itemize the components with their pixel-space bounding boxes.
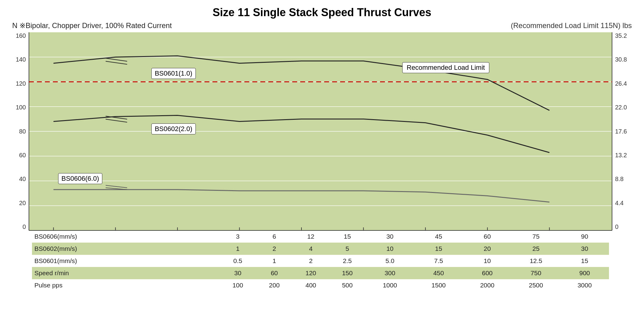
- table-cell: 60: [463, 230, 512, 243]
- y-right-tick-0: 0: [615, 223, 618, 230]
- table-cell: 750: [512, 267, 560, 279]
- table-cell: 400: [293, 279, 329, 291]
- table-row: Pulse pps1002004005001000150020002500300…: [32, 279, 609, 291]
- table-cell: 2000: [463, 279, 512, 291]
- table-cell: 3000: [560, 279, 609, 291]
- svg-line-20: [106, 61, 127, 64]
- table-cell: 2500: [512, 279, 560, 291]
- table-cell: 150: [329, 267, 366, 279]
- table-row-label: Pulse pps: [32, 279, 220, 291]
- table-cell: 75: [512, 230, 560, 243]
- y-left-tick-20: 20: [19, 200, 26, 207]
- y-left-tick-120: 120: [16, 80, 26, 87]
- table-cell: 45: [414, 230, 463, 243]
- table-cell: 15: [414, 243, 463, 255]
- table-cell: 6: [256, 230, 293, 243]
- y-right-tick-176: 17.6: [615, 128, 627, 135]
- table-cell: 20: [463, 243, 512, 255]
- table-cell: 5.0: [366, 255, 414, 267]
- y-right-tick-44: 4.4: [615, 200, 624, 207]
- chart-plot: BS0601(1.0) BS0602(2.0) BS0606(6.0) Reco…: [29, 32, 612, 230]
- table-row: Speed r/min3060120150300450600750900: [32, 267, 609, 279]
- y-right-tick-220: 22.0: [615, 104, 627, 111]
- table-cell: 1: [256, 255, 293, 267]
- chart-subtitle-right: (Recommended Load Limit 115N) lbs: [511, 21, 632, 30]
- y-right-tick-132: 13.2: [615, 152, 627, 159]
- table-cell: 30: [560, 243, 609, 255]
- table-cell: 2.5: [329, 255, 366, 267]
- table-cell: 300: [366, 267, 414, 279]
- table-cell: 5: [329, 243, 366, 255]
- table-cell: 10: [463, 255, 512, 267]
- table-row: BS0601(mm/s)0.5122.55.07.51012.515: [32, 255, 609, 267]
- y-left-tick-160: 160: [16, 32, 26, 39]
- table-cell: 90: [560, 230, 609, 243]
- table-cell: 0.5: [220, 255, 256, 267]
- table-cell: 450: [414, 267, 463, 279]
- table-row-label: BS0606(mm/s): [32, 230, 220, 243]
- chart-title: Size 11 Single Stack Speed Thrust Curves: [213, 6, 431, 19]
- y-right-tick-352: 35.2: [615, 32, 627, 39]
- table-cell: 30: [220, 267, 256, 279]
- table-row: BS0606(mm/s)3612153045607590: [32, 230, 609, 243]
- table-cell: 100: [220, 279, 256, 291]
- table-cell: 900: [560, 267, 609, 279]
- data-table: BS0606(mm/s)3612153045607590BS0602(mm/s)…: [32, 230, 609, 291]
- y-axis-right: 35.2 30.8 26.4 22.0 17.6 13.2 8.8 4.4 0: [612, 32, 632, 230]
- table-cell: 200: [256, 279, 293, 291]
- table-cell: 12.5: [512, 255, 560, 267]
- table-cell: 15: [560, 255, 609, 267]
- y-left-tick-60: 60: [19, 152, 26, 159]
- callout-bs0602: BS0602(2.0): [151, 123, 196, 134]
- table-cell: 600: [463, 267, 512, 279]
- table-cell: 12: [293, 230, 329, 243]
- table-row-label: BS0602(mm/s): [32, 243, 220, 255]
- y-left-tick-0: 0: [23, 223, 26, 230]
- y-right-tick-264: 26.4: [615, 80, 627, 87]
- callout-bs0606: BS0606(6.0): [58, 173, 103, 184]
- table-cell: 3: [220, 230, 256, 243]
- callout-bs0601: BS0601(1.0): [151, 68, 196, 79]
- y-left-tick-40: 40: [19, 176, 26, 183]
- table-cell: 2: [256, 243, 293, 255]
- table-row-label: Speed r/min: [32, 267, 220, 279]
- table-cell: 25: [512, 243, 560, 255]
- table-row-label: BS0601(mm/s): [32, 255, 220, 267]
- svg-line-21: [106, 58, 127, 61]
- table-cell: 30: [366, 230, 414, 243]
- y-left-tick-140: 140: [16, 56, 26, 63]
- callout-rll: Recommended Load Limit: [402, 62, 490, 73]
- chart-subtitle-left: N ※Bipolar, Chopper Driver, 100% Rated C…: [12, 21, 172, 30]
- table-cell: 15: [329, 230, 366, 243]
- table-cell: 2: [293, 255, 329, 267]
- y-left-tick-100: 100: [16, 104, 26, 111]
- table-cell: 1: [220, 243, 256, 255]
- table-row: BS0602(mm/s)12451015202530: [32, 243, 609, 255]
- table-cell: 1500: [414, 279, 463, 291]
- svg-line-25: [106, 185, 127, 188]
- y-left-tick-80: 80: [19, 128, 26, 135]
- table-cell: 7.5: [414, 255, 463, 267]
- y-right-tick-308: 30.8: [615, 56, 627, 63]
- table-cell: 4: [293, 243, 329, 255]
- table-cell: 120: [293, 267, 329, 279]
- y-axis-left: 160 140 120 100 80 60 40 20 0: [12, 32, 29, 230]
- svg-line-22: [106, 119, 127, 122]
- y-right-tick-88: 8.8: [615, 176, 624, 183]
- table-cell: 1000: [366, 279, 414, 291]
- table-cell: 500: [329, 279, 366, 291]
- table-cell: 10: [366, 243, 414, 255]
- table-cell: 60: [256, 267, 293, 279]
